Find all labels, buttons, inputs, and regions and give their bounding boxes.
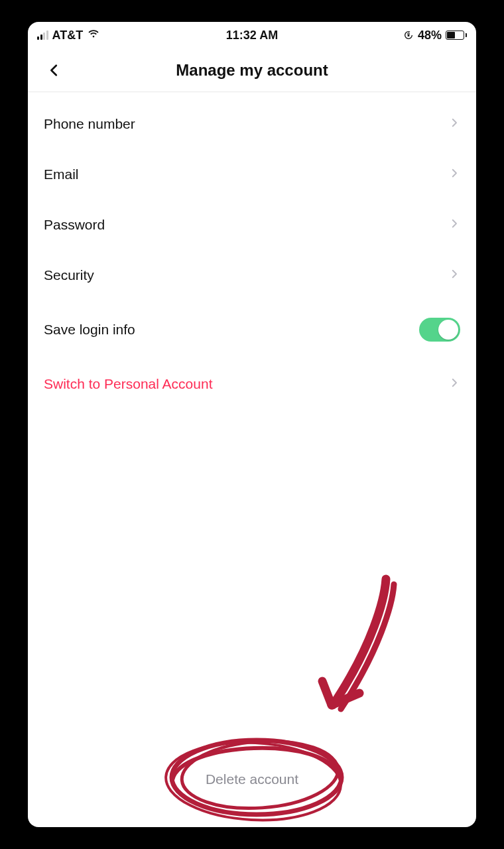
chevron-right-icon [448,376,460,392]
settings-list: Phone number Email Password Security Sav [28,92,476,416]
row-save-login-info: Save login info [28,300,476,359]
svg-rect-1 [408,34,410,36]
row-phone-number[interactable]: Phone number [28,99,476,149]
delete-account-link[interactable]: Delete account [192,765,312,794]
row-label: Password [44,217,448,233]
back-button[interactable] [41,57,68,84]
signal-icon [37,31,48,40]
battery-percent: 48% [418,29,442,42]
row-switch-personal-account[interactable]: Switch to Personal Account [28,359,476,409]
chevron-right-icon [448,217,460,233]
chevron-right-icon [448,166,460,182]
footer: Delete account [28,765,476,827]
app-screen: AT&T 11:32 AM 48% Manage my account Phon… [28,22,476,827]
rotation-lock-icon [403,30,414,40]
battery-icon [446,31,467,40]
wifi-icon [87,27,100,44]
row-label: Phone number [44,116,448,132]
row-label: Email [44,166,448,182]
annotation-arrow-icon [293,572,412,725]
row-email[interactable]: Email [28,149,476,200]
row-password[interactable]: Password [28,200,476,250]
save-login-toggle[interactable] [419,318,460,342]
row-label: Save login info [44,322,419,338]
chevron-right-icon [448,116,460,132]
chevron-right-icon [448,267,460,283]
chevron-left-icon [47,63,62,78]
row-security[interactable]: Security [28,250,476,300]
row-label: Security [44,267,448,283]
status-bar: AT&T 11:32 AM 48% [28,22,476,48]
page-title: Manage my account [28,61,476,80]
row-label: Switch to Personal Account [44,376,448,392]
carrier-label: AT&T [52,29,84,42]
nav-header: Manage my account [28,48,476,92]
